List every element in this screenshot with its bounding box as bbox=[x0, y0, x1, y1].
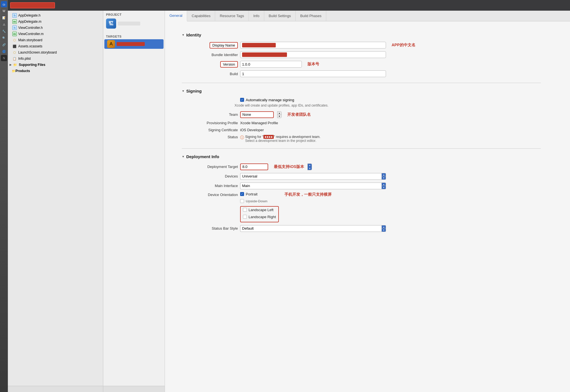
file-name-viewcontroller-h: ViewController.h bbox=[18, 26, 43, 30]
build-input[interactable] bbox=[240, 70, 386, 77]
main-interface-stepper-down[interactable]: ▼ bbox=[382, 186, 386, 189]
file-item-products[interactable]: 📁 Products bbox=[8, 68, 103, 74]
deployment-target-stepper[interactable]: ▲ ▼ bbox=[307, 163, 312, 170]
devices-select[interactable]: Universal bbox=[240, 173, 381, 180]
dock-icon-2: W bbox=[1, 8, 7, 14]
signing-cert-value: iOS Developer bbox=[240, 128, 264, 132]
team-stepper-down[interactable]: ▼ bbox=[277, 115, 281, 118]
deployment-target-input[interactable]: 8.0 bbox=[240, 163, 268, 170]
build-label: Build bbox=[230, 72, 238, 76]
tab-build-settings[interactable]: Build Settings bbox=[264, 11, 296, 21]
h-icon-2: h bbox=[12, 26, 17, 30]
dock-icon-9: N bbox=[1, 55, 7, 61]
main-interface-row: Main Interface Main ▲ ▼ bbox=[182, 183, 541, 189]
tab-general[interactable]: General bbox=[165, 11, 187, 21]
orientation-row: Device Orientation ✓ Portrait Upside Dow… bbox=[182, 192, 541, 222]
editor-area: General Capabilities Resource Tags Info … bbox=[165, 11, 570, 392]
landscape-left-label: Landscape Left bbox=[249, 208, 273, 212]
team-none-box[interactable]: None bbox=[240, 111, 274, 118]
dep-stepper-down[interactable]: ▼ bbox=[308, 167, 312, 170]
file-item-appdelegate-m[interactable]: m AppDelegate.m bbox=[8, 19, 103, 25]
project-label: PROJECT bbox=[103, 11, 165, 17]
file-navigator: h AppDelegate.h m AppDelegate.m h ViewCo… bbox=[8, 11, 103, 392]
file-item-appdelegate-h[interactable]: h AppDelegate.h bbox=[8, 12, 103, 19]
team-stepper[interactable]: ▲ ▼ bbox=[277, 111, 282, 118]
file-item-viewcontroller-h[interactable]: h ViewController.h bbox=[8, 25, 103, 31]
devices-stepper-down[interactable]: ▼ bbox=[382, 176, 386, 179]
file-item-viewcontroller-m[interactable]: m ViewController.m bbox=[8, 31, 103, 37]
status-bar-select[interactable]: Default bbox=[240, 225, 381, 232]
file-item-assets[interactable]: ⬛ Assets.xcassets bbox=[8, 43, 103, 49]
tab-build-phases[interactable]: Build Phases bbox=[296, 11, 326, 21]
file-item-infoplist[interactable]: 📋 Info.plist bbox=[8, 56, 103, 62]
deployment-target-value: 8.0 bbox=[242, 165, 247, 169]
display-name-input[interactable] bbox=[240, 42, 386, 49]
team-value: None bbox=[242, 112, 251, 117]
project-icon: 🏗 bbox=[106, 19, 116, 29]
file-name-infoplist: Info.plist bbox=[18, 57, 31, 61]
target-name-redacted bbox=[117, 42, 145, 46]
portrait-row: ✓ Portrait bbox=[240, 192, 279, 196]
upside-down-checkbox[interactable] bbox=[240, 199, 244, 203]
bundle-id-label: Bundle Identifier bbox=[212, 53, 238, 57]
devices-value: Universal bbox=[242, 174, 257, 178]
orientation-label: Device Orientation bbox=[208, 193, 238, 197]
display-name-label: Display Name bbox=[210, 42, 238, 49]
portrait-label: Portrait bbox=[246, 192, 258, 196]
provisioning-value: Xcode Managed Profile bbox=[240, 121, 278, 125]
team-annotation: 开发者团队名 bbox=[287, 112, 311, 117]
landscape-right-checkbox[interactable] bbox=[243, 215, 247, 219]
main-interface-select[interactable]: Main bbox=[240, 183, 381, 189]
file-name-products: Products bbox=[15, 69, 30, 73]
navigator-bottom-bar bbox=[8, 386, 103, 392]
status-bar-stepper-up[interactable]: ▲ bbox=[382, 225, 386, 229]
target-item[interactable]: A bbox=[104, 39, 164, 49]
devices-stepper-up[interactable]: ▲ bbox=[382, 173, 386, 177]
portrait-checkbox[interactable]: ✓ bbox=[240, 192, 244, 196]
deployment-title: Deployment Info bbox=[186, 154, 219, 159]
status-bar-row: Status Bar Style Default ▲ ▼ bbox=[182, 225, 541, 232]
tab-bar: General Capabilities Resource Tags Info … bbox=[165, 11, 570, 21]
main-interface-select-container: Main ▲ ▼ bbox=[240, 183, 386, 189]
storyboard-icon-2: ⬡ bbox=[12, 50, 17, 55]
file-item-launchscreen[interactable]: ⬡ LaunchScreen.storyboard bbox=[8, 49, 103, 56]
main-interface-value: Main bbox=[242, 184, 250, 188]
file-name-supporting-files: Supporting Files bbox=[19, 63, 45, 67]
landscape-left-checkbox[interactable] bbox=[243, 208, 247, 212]
deployment-target-label: Deployment Target bbox=[207, 165, 238, 169]
file-item-supporting-files[interactable]: ▶ 📁 Supporting Files bbox=[8, 62, 103, 68]
main-interface-stepper[interactable]: ▲ ▼ bbox=[381, 183, 386, 189]
status-bar-stepper-down[interactable]: ▼ bbox=[382, 229, 386, 232]
file-name-launchscreen: LaunchScreen.storyboard bbox=[18, 50, 57, 54]
status-label: Status bbox=[227, 135, 238, 139]
bundle-id-input[interactable] bbox=[240, 51, 386, 58]
file-name-appdelegate-m: AppDelegate.m bbox=[18, 20, 42, 24]
landscape-left-row: Landscape Left bbox=[243, 208, 276, 212]
main-interface-stepper-up[interactable]: ▲ bbox=[382, 183, 386, 186]
tab-capabilities[interactable]: Capabilities bbox=[187, 11, 215, 21]
auto-signing-row: ✓ Automatically manage signing bbox=[182, 98, 541, 102]
dep-stepper-up[interactable]: ▲ bbox=[308, 164, 312, 167]
project-item[interactable]: 🏗 bbox=[103, 17, 165, 30]
status-hint-text: Select a development team in the project… bbox=[245, 139, 320, 143]
file-name-appdelegate-h: AppDelegate.h bbox=[18, 13, 40, 17]
auto-signing-label: Automatically manage signing bbox=[246, 98, 294, 102]
team-row: Team None ▲ ▼ 开发者团队名 bbox=[182, 111, 541, 118]
tab-info[interactable]: Info bbox=[249, 11, 264, 21]
team-stepper-up[interactable]: ▲ bbox=[277, 112, 281, 115]
h-icon: h bbox=[12, 13, 17, 18]
dock-icon-5: 🔧 bbox=[1, 28, 7, 34]
auto-signing-checkbox[interactable]: ✓ bbox=[240, 98, 244, 102]
folder-icon-1: 📁 bbox=[13, 63, 17, 67]
status-bar-stepper[interactable]: ▲ ▼ bbox=[381, 225, 386, 232]
version-row: Version 版本号 bbox=[182, 61, 541, 68]
file-item-main-storyboard[interactable]: ⬡ Main.storyboard bbox=[8, 37, 103, 43]
version-input[interactable] bbox=[240, 61, 302, 68]
target-icon: A bbox=[107, 40, 115, 48]
deployment-target-annotation: 最低支持iOS版本 bbox=[274, 164, 304, 169]
tab-resource-tags[interactable]: Resource Tags bbox=[215, 11, 249, 21]
plist-icon: 📋 bbox=[12, 56, 17, 61]
devices-stepper[interactable]: ▲ ▼ bbox=[381, 173, 386, 180]
signing-cert-row: Signing Certificate iOS Developer bbox=[182, 128, 541, 132]
project-title-redacted bbox=[10, 2, 55, 8]
